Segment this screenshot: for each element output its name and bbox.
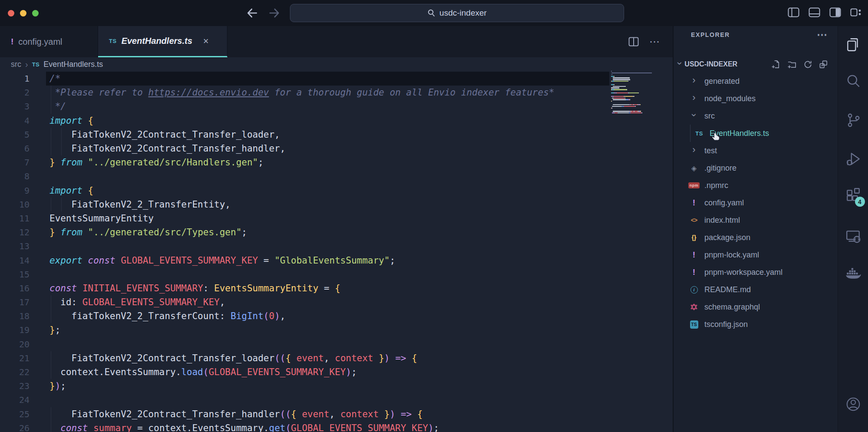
typescript-icon: TS xyxy=(109,38,117,44)
code-line-content: context.EventsSummary.load(GLOBAL_EVENTS… xyxy=(30,367,357,377)
minimap[interactable] xyxy=(611,71,657,119)
activity-search-icon[interactable] xyxy=(845,73,861,89)
code-line[interactable]: 21 FiatTokenV2_2Contract_Transfer_loader… xyxy=(0,351,673,365)
more-actions-icon[interactable]: ⋯ xyxy=(649,40,661,44)
code-line-content: } from "../generated/src/Handlers.gen"; xyxy=(30,157,263,168)
code-line[interactable]: 16const INITIAL_EVENTS_SUMMARY: EventsSu… xyxy=(0,281,673,295)
back-arrow-icon[interactable] xyxy=(246,7,259,20)
code-line[interactable]: 4import { xyxy=(0,114,673,128)
line-number: 18 xyxy=(0,311,30,321)
account-icon[interactable] xyxy=(845,396,861,412)
code-editor[interactable]: 1/*2 *Please refer to https://docs.envio… xyxy=(0,72,673,432)
tab-eventhandlers-ts[interactable]: TS EventHandlers.ts × xyxy=(98,26,227,57)
code-line[interactable]: 15 xyxy=(0,267,673,281)
code-line[interactable]: 10 FiatTokenV2_2_TransferEntity, xyxy=(0,198,673,211)
toggle-panel-icon[interactable] xyxy=(809,7,820,17)
activity-explorer-icon[interactable] xyxy=(845,36,861,53)
activity-run-debug-icon[interactable] xyxy=(845,151,861,168)
tree-item-eventhandlers-ts[interactable]: TSEventHandlers.ts xyxy=(674,125,838,142)
breadcrumb[interactable]: src › TS EventHandlers.ts xyxy=(0,57,673,72)
html-icon: <> xyxy=(691,217,697,224)
code-line[interactable]: 12} from "../generated/src/Types.gen"; xyxy=(0,225,673,239)
customize-layout-icon[interactable] xyxy=(850,7,862,17)
forward-arrow-icon[interactable] xyxy=(268,7,281,20)
minimap-line xyxy=(611,104,657,105)
code-line[interactable]: 20 xyxy=(0,337,673,351)
tree-item-label: tsconfig.json xyxy=(704,320,748,329)
tab-config-yaml[interactable]: ! config.yaml xyxy=(0,26,98,57)
graphql-icon xyxy=(690,303,698,311)
code-line[interactable]: 19}; xyxy=(0,323,673,337)
tree-item-schema-graphql[interactable]: schema.graphql xyxy=(674,298,838,316)
traffic-lights xyxy=(8,10,39,16)
breadcrumb-folder[interactable]: src xyxy=(11,60,21,69)
tree-item--gitignore[interactable]: ◈.gitignore xyxy=(674,159,838,177)
line-number: 3 xyxy=(0,101,30,112)
minimize-window-icon[interactable] xyxy=(20,10,26,16)
code-line[interactable]: 7} from "../generated/src/Handlers.gen"; xyxy=(0,155,673,169)
close-tab-icon[interactable]: × xyxy=(203,36,209,47)
tree-item-pnpm-workspace-yaml[interactable]: !pnpm-workspace.yaml xyxy=(674,264,838,281)
minimap-line xyxy=(611,82,657,83)
line-number: 13 xyxy=(0,241,30,251)
tree-item-package-json[interactable]: {}package.json xyxy=(674,229,838,246)
refresh-explorer-icon[interactable] xyxy=(803,60,812,69)
line-number: 11 xyxy=(0,213,30,224)
yaml-warning-icon: ! xyxy=(693,198,695,208)
code-line[interactable]: 13 xyxy=(0,239,673,253)
explorer-more-actions-icon[interactable]: ⋯ xyxy=(817,33,828,37)
toggle-secondary-sidebar-icon[interactable] xyxy=(829,7,841,17)
code-line[interactable]: 26 const summary = context.EventsSummary… xyxy=(0,421,673,432)
minimap-line xyxy=(611,71,657,72)
code-line[interactable]: 14export const GLOBAL_EVENTS_SUMMARY_KEY… xyxy=(0,253,673,267)
new-folder-icon[interactable] xyxy=(787,60,797,69)
code-line[interactable]: 23}); xyxy=(0,379,673,393)
mouse-hand-cursor xyxy=(712,132,720,142)
tree-item-readme-md[interactable]: iREADME.md xyxy=(674,281,838,298)
tree-item-pnpm-lock-yaml[interactable]: !pnpm-lock.yaml xyxy=(674,246,838,264)
toggle-primary-sidebar-icon[interactable] xyxy=(788,7,799,17)
split-editor-icon[interactable] xyxy=(628,37,639,46)
code-line-content: } from "../generated/src/Types.gen"; xyxy=(30,227,247,237)
code-line[interactable]: 18 fiatTokenV2_2_TransferCount: BigInt(0… xyxy=(0,309,673,323)
code-line[interactable]: 6 FiatTokenV2_2Contract_Transfer_handler… xyxy=(0,142,673,155)
activity-docker-icon[interactable] xyxy=(845,265,861,281)
code-line[interactable]: 11EventsSummaryEntity xyxy=(0,211,673,225)
activity-source-control-icon[interactable] xyxy=(845,112,861,129)
minimap-line xyxy=(611,111,657,112)
code-line[interactable]: 25 FiatTokenV2_2Contract_Transfer_handle… xyxy=(0,407,673,421)
breadcrumb-file[interactable]: EventHandlers.ts xyxy=(43,60,103,69)
collapse-folders-icon[interactable] xyxy=(819,60,828,69)
code-line[interactable]: 2 *Please refer to https://docs.envio.de… xyxy=(0,86,673,99)
search-icon xyxy=(427,9,435,17)
activity-remote-explorer-icon[interactable] xyxy=(845,228,861,244)
tree-item-index-html[interactable]: <>index.html xyxy=(674,211,838,229)
project-root-row[interactable]: › USDC-INDEXER xyxy=(674,56,838,73)
tree-item-node-modules[interactable]: ›node_modules xyxy=(674,90,838,107)
command-center-search[interactable]: usdc-indexer xyxy=(290,4,624,22)
zoom-window-icon[interactable] xyxy=(32,10,39,16)
code-line[interactable]: 1/* xyxy=(0,72,673,86)
yaml-warning-icon: ! xyxy=(693,250,695,260)
new-file-icon[interactable] xyxy=(772,60,781,69)
code-line[interactable]: 9import { xyxy=(0,184,673,198)
code-line[interactable]: 22 context.EventsSummary.load(GLOBAL_EVE… xyxy=(0,365,673,379)
editor-group: ! config.yaml TS EventHandlers.ts × ⋯ sr… xyxy=(0,26,673,432)
tree-item-config-yaml[interactable]: !config.yaml xyxy=(674,194,838,211)
code-line[interactable]: 17 id: GLOBAL_EVENTS_SUMMARY_KEY, xyxy=(0,295,673,309)
code-line[interactable]: 24 xyxy=(0,393,673,407)
code-line[interactable]: 8 xyxy=(0,169,673,183)
code-line[interactable]: 3 */ xyxy=(0,99,673,113)
close-window-icon[interactable] xyxy=(8,10,14,16)
tree-item-test[interactable]: ›test xyxy=(674,142,838,159)
tree-item-label: .npmrc xyxy=(704,181,728,190)
tree-item-generated[interactable]: ›generated xyxy=(674,73,838,90)
line-number: 10 xyxy=(0,199,30,210)
activity-extensions-icon[interactable]: 4 xyxy=(845,187,861,203)
code-line[interactable]: 5 FiatTokenV2_2Contract_Transfer_loader, xyxy=(0,128,673,142)
line-number: 24 xyxy=(0,395,30,405)
tree-item--npmrc[interactable]: npm.npmrc xyxy=(674,177,838,194)
tree-item-tsconfig-json[interactable]: TStsconfig.json xyxy=(674,316,838,333)
tree-item-src[interactable]: ›src xyxy=(674,107,838,125)
minimap-line xyxy=(611,92,657,93)
